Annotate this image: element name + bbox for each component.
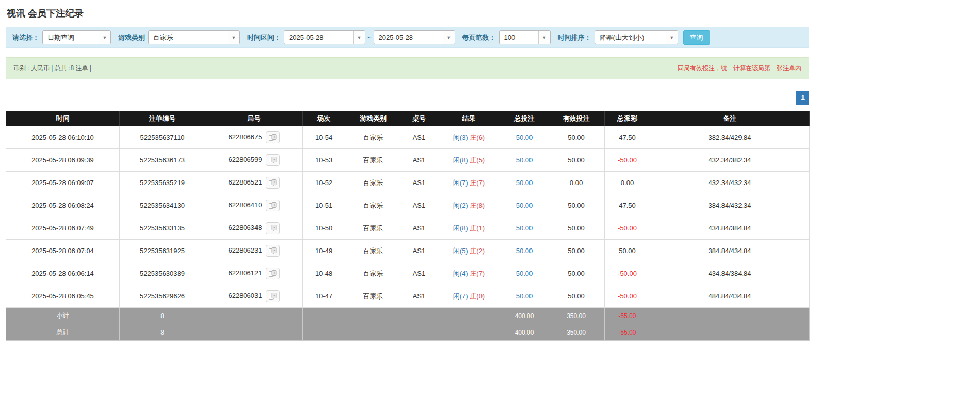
subtotal-payout: -55.00	[605, 308, 650, 324]
game-type-value: 百家乐	[149, 31, 228, 44]
cell-bet-id: 522535634130	[120, 194, 205, 217]
cell-session: 10-49	[303, 240, 345, 262]
date-from-select[interactable]: 2025-05-28 ▼	[284, 30, 365, 44]
date-from-value: 2025-05-28	[284, 31, 353, 44]
view-cards-icon[interactable]	[266, 268, 280, 279]
subtotal-empty	[345, 308, 401, 324]
cell-round-id: 622806521	[205, 172, 303, 194]
subtotal-label: 小计	[6, 308, 120, 324]
cell-time: 2025-05-28 06:10:10	[6, 126, 120, 149]
cell-remark: 384.84/432.34	[650, 194, 810, 217]
cell-payout: 0.00	[605, 172, 650, 194]
chevron-down-icon[interactable]: ▼	[228, 31, 239, 44]
cell-result: 闲(2) 庄(8)	[437, 194, 501, 217]
cell-table-no: AS1	[401, 285, 437, 308]
cell-remark: 432.34/382.34	[650, 149, 810, 172]
table-row: 2025-05-28 06:06:14 522535630389 6228061…	[6, 262, 810, 285]
total-bet-link[interactable]: 50.00	[516, 134, 533, 141]
cell-valid-bet: 50.00	[548, 217, 605, 240]
header-round-id: 局号	[205, 111, 303, 126]
cell-session: 10-50	[303, 217, 345, 240]
game-type-select[interactable]: 百家乐 ▼	[148, 30, 240, 44]
chevron-down-icon[interactable]: ▼	[538, 31, 550, 44]
cell-valid-bet: 50.00	[548, 262, 605, 285]
total-bet-link[interactable]: 50.00	[516, 247, 533, 255]
cell-total-bet: 50.00	[501, 262, 548, 285]
round-id: 622806599	[228, 156, 262, 163]
header-time: 时间	[6, 111, 120, 126]
page-size-select[interactable]: 100 ▼	[499, 30, 551, 44]
result-banker: 庄(1)	[470, 224, 485, 232]
sort-value: 降幂(由大到小)	[595, 31, 666, 44]
round-id: 622806348	[228, 224, 262, 231]
total-bet-link[interactable]: 50.00	[516, 270, 533, 277]
chevron-down-icon[interactable]: ▼	[353, 31, 365, 44]
cell-game-type: 百家乐	[345, 172, 401, 194]
cell-time: 2025-05-28 06:09:39	[6, 149, 120, 172]
query-type-select[interactable]: 日期查询 ▼	[42, 30, 111, 44]
cell-payout: -50.00	[605, 217, 650, 240]
total-row: 总计 8 400.00 350.00 -55.00	[6, 324, 810, 341]
result-player: 闲(7)	[453, 292, 468, 300]
subtotal-empty	[205, 308, 303, 324]
chevron-down-icon[interactable]: ▼	[99, 31, 110, 44]
view-cards-icon[interactable]	[266, 200, 280, 211]
cell-result: 闲(5) 庄(2)	[437, 240, 501, 262]
round-id: 622806121	[228, 269, 262, 277]
result-player: 闲(8)	[453, 156, 468, 164]
table-row: 2025-05-28 06:09:07 522535635219 6228065…	[6, 172, 810, 194]
total-bet-link[interactable]: 50.00	[516, 179, 533, 187]
result-player: 闲(5)	[453, 247, 468, 255]
chevron-down-icon[interactable]: ▼	[443, 31, 455, 44]
search-button[interactable]: 查询	[683, 30, 710, 45]
total-bet-link[interactable]: 50.00	[516, 292, 533, 300]
cell-result: 闲(7) 庄(0)	[437, 285, 501, 308]
total-bet-link[interactable]: 50.00	[516, 224, 533, 232]
cell-payout: 47.50	[605, 194, 650, 217]
cell-table-no: AS1	[401, 217, 437, 240]
page-button-1[interactable]: 1	[796, 91, 809, 105]
cell-remark: 484.84/434.84	[650, 285, 810, 308]
round-id: 622806521	[228, 178, 262, 186]
total-bet-link[interactable]: 50.00	[516, 156, 533, 164]
result-banker: 庄(7)	[470, 179, 485, 187]
result-player: 闲(4)	[453, 270, 468, 277]
total-payout: -55.00	[605, 324, 650, 341]
cell-bet-id: 522535636173	[120, 149, 205, 172]
bet-records-table: 时间 注单编号 局号 场次 游戏类别 桌号 结果 总投注 有效投注 总派彩 备注…	[6, 111, 810, 341]
cell-bet-id: 522535630389	[120, 262, 205, 285]
cell-remark: 434.84/384.84	[650, 262, 810, 285]
cell-remark: 432.34/432.34	[650, 172, 810, 194]
view-cards-icon[interactable]	[266, 154, 280, 166]
cell-result: 闲(3) 庄(6)	[437, 126, 501, 149]
cell-result: 闲(8) 庄(1)	[437, 217, 501, 240]
total-bet-link[interactable]: 50.00	[516, 202, 533, 209]
game-type-label: 游戏类别	[118, 33, 145, 42]
result-banker: 庄(8)	[470, 202, 485, 209]
sort-label: 时间排序：	[558, 33, 591, 42]
view-cards-icon[interactable]	[266, 177, 280, 189]
table-row: 2025-05-28 06:08:24 522535634130 6228064…	[6, 194, 810, 217]
cell-payout: -50.00	[605, 149, 650, 172]
summary-bar: 币别 : 人民币 | 总共 :8 注单 | 同局有效投注，统一计算在该局第一张注…	[6, 57, 809, 79]
sort-select[interactable]: 降幂(由大到小) ▼	[595, 30, 678, 44]
view-cards-icon[interactable]	[266, 290, 280, 302]
cell-bet-id: 522535633135	[120, 217, 205, 240]
cell-total-bet: 50.00	[501, 172, 548, 194]
view-cards-icon[interactable]	[266, 245, 280, 257]
query-type-value: 日期查询	[43, 31, 99, 44]
date-to-select[interactable]: 2025-05-28 ▼	[374, 30, 455, 44]
round-id: 622806410	[228, 201, 262, 209]
cell-session: 10-52	[303, 172, 345, 194]
cell-time: 2025-05-28 06:09:07	[6, 172, 120, 194]
chevron-down-icon[interactable]: ▼	[666, 31, 678, 44]
header-result: 结果	[437, 111, 501, 126]
cell-total-bet: 50.00	[501, 240, 548, 262]
view-cards-icon[interactable]	[266, 131, 280, 143]
header-game-type: 游戏类别	[345, 111, 401, 126]
header-bet-id: 注单编号	[120, 111, 205, 126]
cell-game-type: 百家乐	[345, 285, 401, 308]
view-cards-icon[interactable]	[266, 222, 280, 234]
cell-payout: 50.00	[605, 240, 650, 262]
cell-total-bet: 50.00	[501, 126, 548, 149]
